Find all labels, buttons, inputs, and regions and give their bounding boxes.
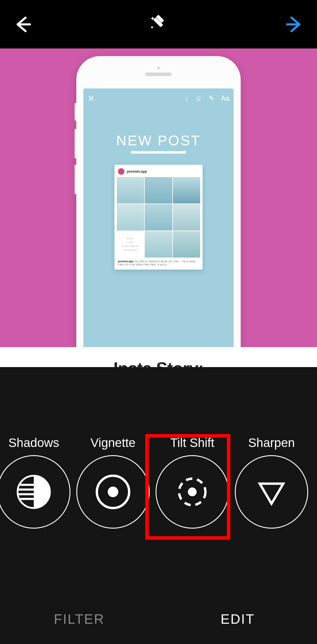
magic-wand-button[interactable] [147,13,170,36]
story-sticker-icon: ☺ [195,94,202,102]
sharpen-icon [235,455,308,529]
tool-sharpen[interactable]: Sharpen [232,436,311,529]
story-close-icon: ✕ [87,93,95,104]
tool-label: Vignette [90,436,135,450]
story-headline-underline [132,151,185,154]
magic-wand-icon [147,13,170,36]
shadows-icon [0,455,70,529]
tool-label: Sharpen [248,436,295,450]
story-draw-icon: ✎ [209,94,215,102]
tool-label: Tilt Shift [170,436,214,450]
story-download-icon: ↓ [185,94,188,102]
tilt-shift-icon [156,455,229,529]
back-arrow-icon [12,14,33,35]
story-text-icon: Aa [221,94,230,102]
next-button[interactable] [284,14,305,35]
tab-edit[interactable]: EDIT [158,603,317,635]
post-username: preview.app [127,169,147,174]
billboard-title: Insta Story: [0,358,317,367]
forward-arrow-icon [284,14,305,35]
story-tools: ↓ ☺ ✎ Aa [185,94,230,102]
tool-vignette[interactable]: Vignette [73,436,153,529]
post-grid-text-cell: EASY LIKE A SATURDAY MORNING [117,231,144,258]
back-button[interactable] [12,14,33,35]
svg-point-10 [108,487,118,497]
vignette-icon [76,455,150,529]
tool-label: Shadows [9,436,59,450]
editor-panel: Shadows Vignette [0,367,317,644]
post-caption: preview.app Say hello to Stephane @call_… [117,258,200,267]
story-topbar: ✕ ↓ ☺ ✎ Aa [87,93,230,104]
tab-filter[interactable]: FILTER [0,603,158,635]
story-headline: NEW POST [83,132,234,149]
post-avatar [118,168,124,175]
tool-tilt-shift[interactable]: Tilt Shift [153,436,232,529]
story-post-card: preview.app EASY LIKE A SATURDAY MORNING… [114,165,203,270]
svg-point-12 [188,487,197,496]
tool-shadows[interactable]: Shadows [0,436,73,529]
phone-screen: ✕ ↓ ☺ ✎ Aa NEW POST preview.app [83,88,234,367]
post-grid: EASY LIKE A SATURDAY MORNING [117,177,200,258]
phone-mockup: ✕ ↓ ☺ ✎ Aa NEW POST preview.app [76,56,241,367]
editor-top-bar [0,0,317,48]
image-billboard: Insta Story: Share clickable posts [0,347,317,367]
photo-canvas[interactable]: ✕ ↓ ☺ ✎ Aa NEW POST preview.app [0,48,317,367]
editor-tab-bar: FILTER EDIT [0,603,317,635]
edit-tools-row[interactable]: Shadows Vignette [0,436,317,559]
